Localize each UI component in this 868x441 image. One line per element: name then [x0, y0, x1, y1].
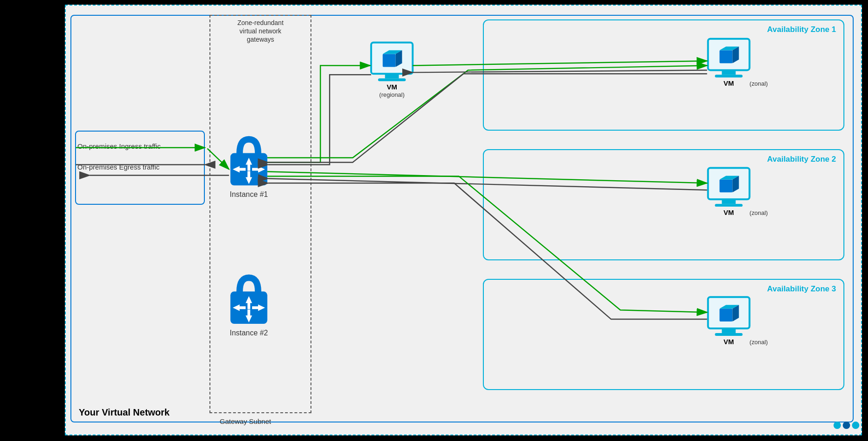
az1-label: Availability Zone 1 — [767, 25, 836, 34]
gateway-subnet-label: Gateway Subnet — [220, 417, 271, 425]
az-zone-1: Availability Zone 1 — [483, 19, 844, 131]
az2-label: Availability Zone 2 — [767, 155, 836, 164]
zone-redundant-label: Zone-redundantvirtual networkgateways — [223, 19, 298, 44]
az3-label: Availability Zone 3 — [767, 284, 836, 294]
gateway-subnet-box: Gateway Subnet — [209, 15, 311, 413]
az-zone-3: Availability Zone 3 — [483, 279, 844, 390]
svg-point-53 — [843, 422, 850, 429]
egress-label: On-premises Egress traffic — [77, 163, 159, 171]
diagram-container: Your Virtual Network Gateway Subnet Zone… — [65, 5, 862, 435]
svg-point-54 — [852, 422, 859, 429]
ingress-label: On-premises Ingress traffic — [77, 142, 161, 150]
svg-point-52 — [834, 422, 841, 429]
vnet-label: Your Virtual Network — [79, 407, 170, 418]
az-zone-2: Availability Zone 2 — [483, 149, 844, 260]
